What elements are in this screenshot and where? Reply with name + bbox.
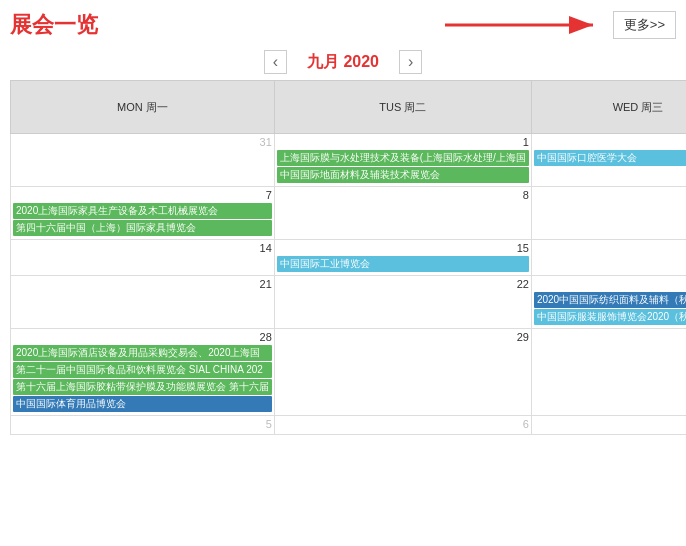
red-arrow-icon [445,10,605,40]
day-number: 2 [534,136,686,148]
day-number: 1 [277,136,529,148]
calendar-day: 2中国国际口腔医学大会 [531,134,686,187]
calendar-week-0: 311上海国际膜与水处理技术及装备(上海国际水处理/上海国中国国际地面材料及辅装… [11,134,687,187]
event-item[interactable]: 中国国际地面材料及辅装技术展览会 [277,167,529,183]
calendar-week-1: 72020上海国际家具生产设备及木工机械展览会第四十六届中国（上海）国际家具博览… [11,187,687,240]
calendar-day: 30 [531,329,686,416]
header: 展会一览 更多>> [10,10,676,40]
calendar-day: 72020上海国际家具生产设备及木工机械展览会第四十六届中国（上海）国际家具博览… [11,187,275,240]
event-item[interactable]: 中国国际口腔医学大会 [534,150,686,166]
day-number: 5 [13,418,272,430]
day-number: 28 [13,331,272,343]
calendar-day: 29 [274,329,531,416]
event-item[interactable]: 中国国际工业博览会 [277,256,529,272]
calendar-container: 展会一览 更多>> ‹ 九月 2020 › MON 周一TUS 周二WED 周三… [0,0,686,445]
calendar-week-3: 2122232020中国国际纺织面料及辅料（秋冬）博览会中国国际服装服饰博览会2… [11,276,687,329]
calendar-day: 6 [274,416,531,435]
event-item[interactable]: 2020上海国际家具生产设备及木工机械展览会 [13,203,272,219]
calendar-table: MON 周一TUS 周二WED 周三THU 周四FRI 周五SAT 周六SUN … [10,80,686,435]
event-item[interactable]: 第二十一届中国国际食品和饮料展览会 SIAL CHINA 202 [13,362,272,378]
arrow-decoration [98,10,605,40]
day-number: 30 [534,331,686,343]
day-number: 21 [13,278,272,290]
next-month-button[interactable]: › [399,50,422,74]
calendar-day: 14 [11,240,275,276]
event-item[interactable]: 中国国际服装服饰博览会2020（秋季） [534,309,686,325]
event-item[interactable]: 第十六届上海国际胶粘带保护膜及功能膜展览会 第十六届 [13,379,272,395]
day-number: 14 [13,242,272,254]
month-nav: ‹ 九月 2020 › [10,50,676,74]
calendar-week-4: 282020上海国际酒店设备及用品采购交易会、2020上海国第二十一届中国国际食… [11,329,687,416]
calendar-day: 15中国国际工业博览会 [274,240,531,276]
day-number: 7 [534,418,686,430]
calendar-day: 1上海国际膜与水处理技术及装备(上海国际水处理/上海国中国国际地面材料及辅装技术… [274,134,531,187]
calendar-day: 16 [531,240,686,276]
prev-month-button[interactable]: ‹ [264,50,287,74]
month-title: 九月 2020 [307,52,379,73]
calendar-day: 21 [11,276,275,329]
day-number: 16 [534,242,686,254]
more-button[interactable]: 更多>> [613,11,676,39]
event-item[interactable]: 中国国际体育用品博览会 [13,396,272,412]
weekday-header-1: TUS 周二 [274,81,531,134]
day-number: 6 [277,418,529,430]
calendar-day: 5 [11,416,275,435]
calendar-week-5: 567891011 [11,416,687,435]
day-number: 7 [13,189,272,201]
event-item[interactable]: 2020中国国际纺织面料及辅料（秋冬）博览会 [534,292,686,308]
day-number: 8 [277,189,529,201]
day-number: 9 [534,189,686,201]
page-title: 展会一览 [10,10,98,40]
day-number: 22 [277,278,529,290]
calendar-day: 282020上海国际酒店设备及用品采购交易会、2020上海国第二十一届中国国际食… [11,329,275,416]
calendar-day: 31 [11,134,275,187]
event-item[interactable]: 2020上海国际酒店设备及用品采购交易会、2020上海国 [13,345,272,361]
weekday-header-2: WED 周三 [531,81,686,134]
day-number: 15 [277,242,529,254]
event-item[interactable]: 第四十六届中国（上海）国际家具博览会 [13,220,272,236]
calendar-day: 232020中国国际纺织面料及辅料（秋冬）博览会中国国际服装服饰博览会2020（… [531,276,686,329]
event-item[interactable]: 上海国际膜与水处理技术及装备(上海国际水处理/上海国 [277,150,529,166]
calendar-day: 9 [531,187,686,240]
calendar-day: 8 [274,187,531,240]
calendar-day: 7 [531,416,686,435]
day-number: 23 [534,278,686,290]
calendar-day: 22 [274,276,531,329]
day-number: 29 [277,331,529,343]
day-number: 31 [13,136,272,148]
calendar-week-2: 1415中国国际工业博览会1617第114届中国文化用品商品交易会181920 [11,240,687,276]
weekday-header-0: MON 周一 [11,81,275,134]
